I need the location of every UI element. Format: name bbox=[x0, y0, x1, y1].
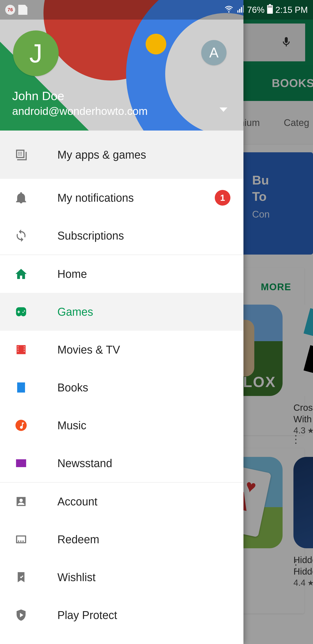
nav-books[interactable]: Books bbox=[0, 368, 244, 406]
nav-label: Wishlist bbox=[57, 571, 96, 584]
avatar-alt-initial: A bbox=[209, 44, 219, 61]
apps-icon bbox=[14, 148, 28, 162]
nav-redeem[interactable]: Redeem bbox=[0, 520, 244, 558]
nav-games[interactable]: Games bbox=[0, 293, 244, 331]
battery-icon bbox=[267, 4, 273, 16]
nav-home[interactable]: Home bbox=[0, 255, 244, 293]
nav-my-apps[interactable]: My apps & games bbox=[0, 130, 244, 179]
svg-point-0 bbox=[15, 420, 27, 431]
nav-music[interactable]: Music bbox=[0, 406, 244, 444]
account-icon bbox=[14, 494, 28, 509]
svg-rect-1 bbox=[268, 6, 272, 8]
nav-label: Home bbox=[57, 268, 87, 280]
bell-icon bbox=[14, 190, 28, 205]
user-email: android@wonderhowto.com bbox=[12, 105, 148, 118]
nav-label: Books bbox=[57, 381, 88, 394]
account-dropdown-icon[interactable] bbox=[220, 108, 227, 112]
nav-label: My apps & games bbox=[57, 148, 146, 161]
clock-label: 2:15 PM bbox=[275, 5, 308, 15]
wishlist-icon bbox=[14, 570, 28, 584]
nav-subscriptions[interactable]: Subscriptions bbox=[0, 217, 244, 254]
sync-icon bbox=[14, 228, 28, 243]
music-icon bbox=[14, 418, 28, 432]
gamepad-icon bbox=[14, 304, 28, 319]
film-icon bbox=[14, 342, 28, 357]
nav-movies[interactable]: Movies & TV bbox=[0, 331, 244, 368]
avatar-initial: J bbox=[29, 38, 42, 68]
nav-account[interactable]: Account bbox=[0, 482, 244, 520]
nav-label: My notifications bbox=[57, 192, 134, 204]
avatar-alt[interactable]: A bbox=[201, 40, 227, 65]
navigation-drawer: J A John Doe android@wonderhowto.com My … bbox=[0, 0, 244, 644]
home-icon bbox=[14, 267, 28, 281]
newsstand-icon bbox=[14, 456, 28, 470]
redeem-icon bbox=[14, 532, 28, 546]
nav-label: Music bbox=[57, 419, 86, 432]
nav-wishlist[interactable]: Wishlist bbox=[0, 558, 244, 596]
nav-play-protect[interactable]: Play Protect bbox=[0, 596, 244, 634]
nav-notifications[interactable]: My notifications 1 bbox=[0, 179, 244, 217]
wifi-icon bbox=[224, 4, 234, 15]
status-notif-badge: 76 bbox=[5, 5, 15, 15]
nav-label: Redeem bbox=[57, 533, 99, 546]
drawer-header: J A John Doe android@wonderhowto.com bbox=[0, 0, 244, 130]
user-name: John Doe bbox=[12, 89, 64, 103]
nav-label: Play Protect bbox=[57, 609, 117, 622]
nav-label: Games bbox=[57, 306, 93, 318]
battery-pct-label: 76% bbox=[247, 5, 265, 15]
nav-label: Subscriptions bbox=[57, 229, 124, 242]
nav-label: Account bbox=[57, 495, 97, 508]
nav-label: Movies & TV bbox=[57, 343, 120, 356]
notification-badge: 1 bbox=[215, 190, 230, 206]
book-icon bbox=[14, 380, 28, 395]
signal-icon bbox=[236, 4, 245, 15]
nav-label: Newsstand bbox=[57, 457, 112, 470]
nav-newsstand[interactable]: Newsstand bbox=[0, 444, 244, 482]
status-doc-icon bbox=[18, 5, 27, 15]
header-decor bbox=[146, 34, 166, 54]
shield-icon bbox=[14, 608, 28, 622]
drawer-list: My apps & games My notifications 1 Subsc… bbox=[0, 130, 244, 644]
status-bar: 76 76% 2:15 PM bbox=[0, 0, 313, 20]
avatar-main[interactable]: J bbox=[13, 30, 59, 76]
